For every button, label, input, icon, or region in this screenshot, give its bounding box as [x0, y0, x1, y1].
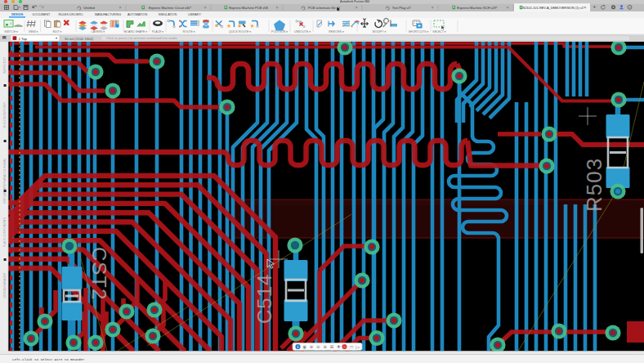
svg-text:SWITCH ▾: SWITCH ▾	[4, 30, 18, 34]
svg-text:RULES DRC/ERC: RULES DRC/ERC	[58, 13, 83, 16]
svg-text:CST2: CST2	[88, 247, 110, 300]
svg-text:1 Top: 1 Top	[19, 37, 28, 41]
svg-text:DESIGN: DESIGN	[11, 13, 23, 16]
svg-text:▾: ▾	[56, 36, 57, 40]
svg-text:REWORK ▾: REWORK ▾	[329, 30, 344, 34]
svg-text:◉: ◉	[302, 344, 306, 349]
svg-text:PCB schematic file v2: PCB schematic file v2	[308, 6, 341, 10]
svg-text:PLACE COMPONENTS: PLACE COMPONENTS	[3, 217, 7, 247]
svg-text:ANALOG SIGNAL: ANALOG SIGNAL	[3, 158, 7, 181]
svg-text:⊕: ⊕	[310, 344, 314, 349]
svg-text:INSPECTOR: INSPECTOR	[3, 57, 7, 74]
svg-text:⊕: ⊕	[323, 344, 327, 349]
svg-text:R503: R503	[582, 158, 606, 212]
svg-text:Express Machine Circuit v40*: Express Machine Circuit v40*	[149, 6, 192, 10]
svg-text:LAYERS ▾: LAYERS ▾	[92, 30, 105, 34]
svg-text:ROUTE ▾: ROUTE ▾	[183, 30, 195, 34]
svg-text:×: ×	[119, 6, 122, 10]
svg-text:Left-click to select wire to m: Left-click to select wire to meander	[12, 358, 85, 361]
svg-text:+: +	[593, 4, 597, 10]
svg-text:50 mil (2100 1900): 50 mil (2100 1900)	[65, 37, 94, 41]
svg-text:i: i	[297, 345, 298, 349]
svg-text:Untitled: Untitled	[83, 6, 95, 10]
svg-text:DESIGN MANAGER: DESIGN MANAGER	[3, 272, 7, 298]
svg-text:BOARD SHAPE ▾: BOARD SHAPE ▾	[124, 30, 147, 34]
svg-text:EDIT ▾: EDIT ▾	[53, 30, 62, 34]
svg-text:SIMULATION: SIMULATION	[159, 13, 177, 16]
svg-text:×: ×	[204, 6, 207, 10]
svg-text:Autodesk Fusion 360: Autodesk Fusion 360	[340, 0, 369, 3]
svg-text:C514: C514	[253, 274, 275, 324]
svg-text:Click or press | to activate c: Click or press | to activate command lin…	[106, 36, 177, 40]
svg-text:QUICK ROUTE ▾: QUICK ROUTE ▾	[229, 30, 251, 34]
svg-text:−: −	[343, 345, 346, 349]
svg-text:Express Machine PCB v58: Express Machine PCB v58	[229, 6, 268, 10]
svg-text:MODIFY ▾: MODIFY ▾	[373, 30, 387, 34]
svg-text:SELECTION FILTER: SELECTION FILTER	[3, 102, 7, 128]
svg-text:×: ×	[276, 6, 279, 10]
svg-text:MANUFACTURING: MANUFACTURING	[95, 13, 121, 16]
svg-text:×: ×	[584, 6, 587, 10]
svg-text:LIBRARY: LIBRARY	[188, 13, 201, 16]
svg-text:AUTOMATION: AUTOMATION	[127, 13, 148, 16]
svg-text:×: ×	[432, 6, 434, 10]
svg-text:DOCUMENT: DOCUMENT	[33, 13, 51, 16]
svg-text:×: ×	[507, 6, 509, 10]
svg-text:×: ×	[356, 6, 358, 10]
svg-text:SHORTCUTS ▾: SHORTCUTS ▾	[409, 30, 429, 34]
svg-text:Test Plug v1*: Test Plug v1*	[392, 6, 412, 10]
svg-text:VIEW ▾: VIEW ▾	[29, 30, 38, 34]
svg-text:UNROUTE ▾: UNROUTE ▾	[294, 30, 311, 34]
svg-text:▭: ▭	[349, 344, 353, 349]
svg-text:⊖: ⊖	[316, 344, 320, 349]
svg-text:✚: ✚	[337, 344, 341, 349]
svg-text:⊞: ⊞	[330, 344, 334, 349]
svg-text:PLACE ▾: PLACE ▾	[152, 30, 163, 34]
svg-text:Express Machine SCH v29*: Express Machine SCH v29*	[457, 6, 498, 10]
svg-text:SELECT ▾: SELECT ▾	[432, 30, 446, 34]
svg-text:S2101-101-REV-A_DEMOVERSION (1: S2101-101-REV-A_DEMOVERSION (1) v1*	[523, 6, 585, 10]
